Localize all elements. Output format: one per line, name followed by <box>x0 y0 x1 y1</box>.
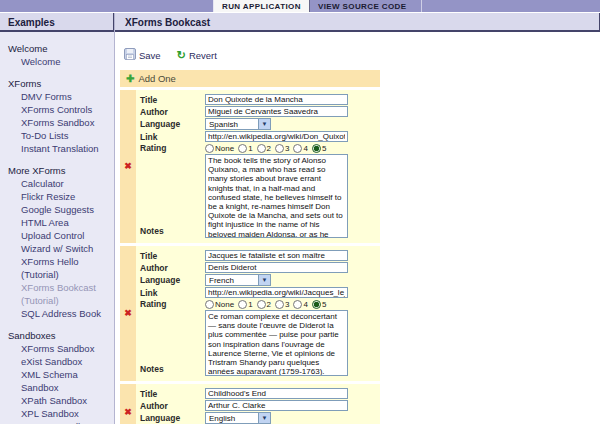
rating-option-3[interactable]: 3 <box>275 144 289 153</box>
sidebar-item-html-area[interactable]: HTML Area <box>0 216 114 229</box>
title-input[interactable] <box>205 94 348 105</box>
rating-option-3[interactable]: 3 <box>275 300 289 309</box>
book-entry: ✖ Title Author Language <box>120 246 380 381</box>
nav-group-more-xforms: More XForms Calculator Flickr Resize Goo… <box>0 164 114 320</box>
save-icon <box>124 48 136 62</box>
sidebar-item-xpath-sandbox[interactable]: XPath Sandbox <box>0 394 114 407</box>
rating-option-label: 3 <box>285 144 289 153</box>
sidebar-item-dmv-forms[interactable]: DMV Forms <box>0 90 114 103</box>
revert-button[interactable]: ↻ Revert <box>177 50 217 61</box>
delete-icon[interactable]: ✖ <box>124 408 132 417</box>
language-selected-value: French <box>206 275 258 285</box>
book-entry: ✖ Title Author Language <box>120 90 380 243</box>
language-label: Language <box>140 275 205 285</box>
author-label: Author <box>140 107 205 117</box>
notes-textarea[interactable]: Ce roman complexe et déconcertant — sans… <box>205 310 348 376</box>
language-selected-value: English <box>206 413 258 423</box>
sidebar-item-xforms-bookcast[interactable]: XForms Bookcast (Tutorial) <box>0 281 114 307</box>
link-input[interactable] <box>205 131 348 142</box>
sidebar-item-upload-control[interactable]: Upload Control <box>0 229 114 242</box>
nav-group-sandboxes: Sandboxes XForms Sandbox eXist Sandbox X… <box>0 329 114 424</box>
revert-icon: ↻ <box>177 50 186 60</box>
sidebar-item-todo-lists[interactable]: To-Do Lists <box>0 129 114 142</box>
rating-option-label: 2 <box>267 300 271 309</box>
sidebar-item-xforms-sandbox2[interactable]: XForms Sandbox <box>0 342 114 355</box>
nav-group-header: XForms <box>0 77 114 90</box>
delete-icon[interactable]: ✖ <box>124 309 132 318</box>
app-window: RUN APPLICATION VIEW SOURCE CODE Example… <box>0 0 600 424</box>
rating-option-1[interactable]: 1 <box>238 144 252 153</box>
sidebar-item-xquery-sandbox[interactable]: XQuery Sandbox <box>0 420 114 424</box>
delete-column: ✖ <box>120 90 136 243</box>
rating-option-label: 4 <box>303 300 307 309</box>
nav-group-header: Sandboxes <box>0 329 114 342</box>
sidebar-item-xml-schema-sandbox[interactable]: XML Schema Sandbox <box>0 368 114 394</box>
chevron-down-icon: ▼ <box>258 275 270 285</box>
save-button[interactable]: Save <box>124 48 161 62</box>
add-one-label: Add One <box>138 73 176 84</box>
sidebar-item-google-suggests[interactable]: Google Suggests <box>0 203 114 216</box>
sidebar-item-xforms-controls[interactable]: XForms Controls <box>0 103 114 116</box>
bookcast-form: ✚ Add One ✖ Title Author <box>120 70 380 424</box>
sidebar-item-exist-sandbox[interactable]: eXist Sandbox <box>0 355 114 368</box>
author-label: Author <box>140 263 205 273</box>
tab-view-source-code[interactable]: VIEW SOURCE CODE <box>310 0 415 12</box>
top-tab-bar: RUN APPLICATION VIEW SOURCE CODE <box>0 0 600 13</box>
rating-option-label: 5 <box>322 300 326 309</box>
sidebar-item-instant-translation[interactable]: Instant Translation <box>0 142 114 155</box>
rating-label: Rating <box>140 299 205 309</box>
delete-icon[interactable]: ✖ <box>124 162 132 171</box>
sidebar-item-xpl-sandbox[interactable]: XPL Sandbox <box>0 407 114 420</box>
language-select[interactable]: English ▼ <box>205 412 271 424</box>
author-input[interactable] <box>205 106 348 117</box>
rating-option-5[interactable]: 5 <box>312 300 326 309</box>
sidebar-item-xforms-hello[interactable]: XForms Hello (Tutorial) <box>0 255 114 281</box>
sidebar-item-flickr-resize[interactable]: Flickr Resize <box>0 190 114 203</box>
rating-option-label: 1 <box>248 144 252 153</box>
rating-option-1[interactable]: 1 <box>238 300 252 309</box>
rating-option-4[interactable]: 4 <box>293 300 307 309</box>
rating-option-label: 1 <box>248 300 252 309</box>
revert-label: Revert <box>189 50 217 61</box>
sidebar-item-calculator[interactable]: Calculator <box>0 177 114 190</box>
link-label: Link <box>140 132 205 142</box>
title-input[interactable] <box>205 250 348 261</box>
rating-option-none[interactable]: None <box>205 144 234 153</box>
notes-label: Notes <box>140 226 205 236</box>
book-fields: Title Author Language Spanish ▼ <box>136 90 380 243</box>
title-input[interactable] <box>205 388 348 399</box>
language-select[interactable]: Spanish ▼ <box>205 118 271 130</box>
notes-textarea[interactable]: The book tells the story of Alonso Quixa… <box>205 154 348 238</box>
rating-option-2[interactable]: 2 <box>257 300 271 309</box>
sidebar-item-sql-address-book[interactable]: SQL Address Book <box>0 307 114 320</box>
book-fields: Title Author Language English ▼ <box>136 384 380 424</box>
rating-option-5[interactable]: 5 <box>312 144 326 153</box>
add-one-button[interactable]: ✚ Add One <box>120 70 380 87</box>
toolbar: Save ↻ Revert <box>124 48 600 62</box>
author-input[interactable] <box>205 262 348 273</box>
tab-run-application[interactable]: RUN APPLICATION <box>213 0 310 12</box>
save-label: Save <box>139 50 161 61</box>
rating-option-label: 5 <box>322 144 326 153</box>
title-label: Title <box>140 389 205 399</box>
nav-group-welcome: Welcome Welcome <box>0 42 114 68</box>
rating-radiogroup: None 1 2 3 4 5 <box>205 300 330 309</box>
rating-radiogroup: None 1 2 3 4 5 <box>205 144 330 153</box>
language-label: Language <box>140 119 205 129</box>
nav-group-header: Welcome <box>0 42 114 55</box>
book-entry: ✖ Title Author Language <box>120 384 380 424</box>
sidebar-item-welcome[interactable]: Welcome <box>0 55 114 68</box>
rating-option-2[interactable]: 2 <box>257 144 271 153</box>
rating-option-none[interactable]: None <box>205 300 234 309</box>
link-input[interactable] <box>205 287 348 298</box>
author-input[interactable] <box>205 400 348 411</box>
notes-label: Notes <box>140 364 205 374</box>
rating-option-label: None <box>215 300 234 309</box>
title-label: Title <box>140 95 205 105</box>
examples-sidebar: Examples Welcome Welcome XForms DMV Form… <box>0 13 115 424</box>
link-label: Link <box>140 288 205 298</box>
rating-option-4[interactable]: 4 <box>293 144 307 153</box>
sidebar-item-wizard-switch[interactable]: Wizard w/ Switch <box>0 242 114 255</box>
language-select[interactable]: French ▼ <box>205 274 271 286</box>
sidebar-item-xforms-sandbox[interactable]: XForms Sandbox <box>0 116 114 129</box>
